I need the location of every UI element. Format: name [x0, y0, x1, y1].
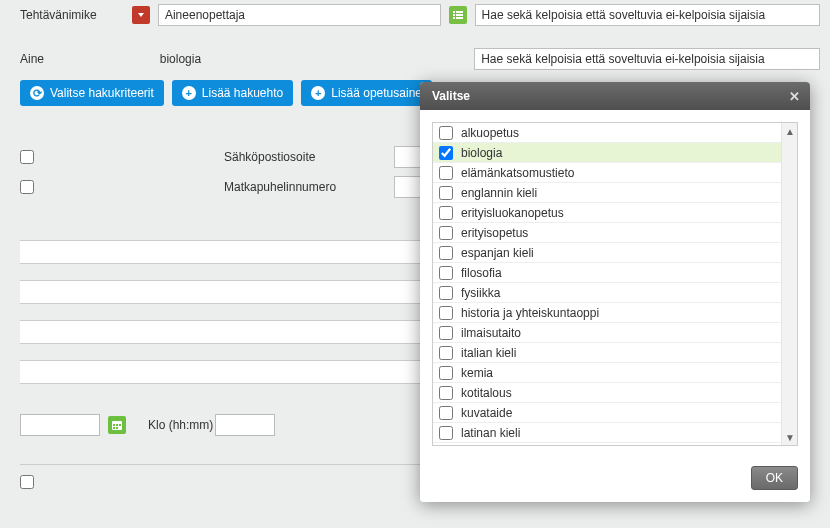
option-checkbox[interactable] — [439, 126, 453, 140]
option-label: fysiikka — [461, 286, 500, 300]
select-modal: Valitse ✕ alkuopetusbiologiaelämänkatsom… — [420, 82, 810, 502]
scroll-down-icon[interactable]: ▼ — [782, 429, 798, 445]
refresh-icon: ⟳ — [30, 86, 44, 100]
list-item[interactable]: kuvataide — [433, 403, 781, 423]
list-item[interactable]: kotitalous — [433, 383, 781, 403]
list-item[interactable]: alkuopetus — [433, 123, 781, 143]
option-label: espanjan kieli — [461, 246, 534, 260]
option-label: englannin kieli — [461, 186, 537, 200]
svg-rect-9 — [119, 424, 121, 426]
list-item[interactable]: elämänkatsomustieto — [433, 163, 781, 183]
svg-rect-11 — [116, 427, 118, 429]
option-checkbox[interactable] — [439, 166, 453, 180]
option-list: alkuopetusbiologiaelämänkatsomustietoeng… — [432, 122, 798, 446]
svg-rect-4 — [453, 17, 455, 19]
option-label: historia ja yhteiskuntaoppi — [461, 306, 599, 320]
option-checkbox[interactable] — [439, 286, 453, 300]
svg-rect-10 — [113, 427, 115, 429]
subject-row: Aine biologia Hae sekä kelpoisia että so… — [0, 44, 830, 74]
collapse-icon[interactable] — [132, 6, 150, 24]
bottom-checkbox[interactable] — [20, 475, 34, 489]
list-item[interactable]: fysiikka — [433, 283, 781, 303]
option-checkbox[interactable] — [439, 206, 453, 220]
option-label: biologia — [461, 146, 502, 160]
subject-value: biologia — [158, 52, 441, 66]
add-subject-button[interactable]: + Lisää opetusaine — [301, 80, 432, 106]
option-checkbox[interactable] — [439, 226, 453, 240]
option-label: italian kieli — [461, 346, 516, 360]
option-label: elämänkatsomustieto — [461, 166, 574, 180]
date-input[interactable] — [20, 414, 100, 436]
option-label: erityisopetus — [461, 226, 528, 240]
subject-criteria-value: Hae sekä kelpoisia että soveltuvia ei-ke… — [481, 52, 764, 66]
modal-title: Valitse — [432, 89, 470, 103]
svg-rect-8 — [116, 424, 118, 426]
option-list-scroll[interactable]: alkuopetusbiologiaelämänkatsomustietoeng… — [433, 123, 781, 445]
subject-criteria-input[interactable]: Hae sekä kelpoisia että soveltuvia ei-ke… — [474, 48, 820, 70]
option-label: latinan kieli — [461, 426, 520, 440]
list-item[interactable]: latinan kieli — [433, 423, 781, 443]
svg-rect-1 — [456, 11, 463, 13]
title-criteria-value: Hae sekä kelpoisia että soveltuvia ei-ke… — [482, 8, 765, 22]
list-item[interactable]: erityisopetus — [433, 223, 781, 243]
plus-icon: + — [182, 86, 196, 100]
option-checkbox[interactable] — [439, 186, 453, 200]
calendar-icon[interactable] — [108, 416, 126, 434]
list-item[interactable]: kemia — [433, 363, 781, 383]
option-checkbox[interactable] — [439, 146, 453, 160]
list-item[interactable]: espanjan kieli — [433, 243, 781, 263]
option-checkbox[interactable] — [439, 346, 453, 360]
option-label: erityisluokanopetus — [461, 206, 564, 220]
ok-label: OK — [766, 471, 783, 485]
list-item[interactable]: biologia — [433, 143, 781, 163]
option-checkbox[interactable] — [439, 366, 453, 380]
svg-rect-5 — [456, 17, 463, 19]
subject-label: Aine — [20, 52, 124, 66]
list-item[interactable]: ilmaisutaito — [433, 323, 781, 343]
email-label: Sähköpostiosoite — [54, 150, 374, 164]
add-criteria-label: Lisää hakuehto — [202, 86, 283, 100]
klo-label: Klo (hh:mm) — [148, 418, 213, 432]
svg-rect-7 — [113, 424, 115, 426]
scrollbar[interactable]: ▲ ▼ — [781, 123, 797, 445]
svg-rect-2 — [453, 14, 455, 16]
phone-label: Matkapuhelinnumero — [54, 180, 374, 194]
option-label: kotitalous — [461, 386, 512, 400]
scroll-up-icon[interactable]: ▲ — [782, 123, 798, 139]
klo-input[interactable] — [215, 414, 275, 436]
select-criteria-label: Valitse hakukriteerit — [50, 86, 154, 100]
list-item[interactable]: filosofia — [433, 263, 781, 283]
close-icon[interactable]: ✕ — [786, 88, 802, 104]
title-value: Aineenopettaja — [165, 8, 245, 22]
option-checkbox[interactable] — [439, 306, 453, 320]
list-item[interactable]: erityisluokanopetus — [433, 203, 781, 223]
email-checkbox[interactable] — [20, 150, 34, 164]
option-checkbox[interactable] — [439, 246, 453, 260]
modal-footer: OK — [420, 458, 810, 502]
option-checkbox[interactable] — [439, 426, 453, 440]
ok-button[interactable]: OK — [751, 466, 798, 490]
svg-rect-3 — [456, 14, 463, 16]
option-label: kemia — [461, 366, 493, 380]
select-criteria-button[interactable]: ⟳ Valitse hakukriteerit — [20, 80, 164, 106]
option-checkbox[interactable] — [439, 386, 453, 400]
option-checkbox[interactable] — [439, 266, 453, 280]
option-label: ilmaisutaito — [461, 326, 521, 340]
list-icon[interactable] — [449, 6, 467, 24]
add-criteria-button[interactable]: + Lisää hakuehto — [172, 80, 293, 106]
modal-body: alkuopetusbiologiaelämänkatsomustietoeng… — [420, 110, 810, 458]
option-label: filosofia — [461, 266, 502, 280]
plus-icon: + — [311, 86, 325, 100]
list-item[interactable]: italian kieli — [433, 343, 781, 363]
option-checkbox[interactable] — [439, 406, 453, 420]
title-row: Tehtävänimike Aineenopettaja Hae sekä ke… — [0, 0, 830, 30]
title-label: Tehtävänimike — [20, 8, 124, 22]
title-criteria-input[interactable]: Hae sekä kelpoisia että soveltuvia ei-ke… — [475, 4, 820, 26]
list-item[interactable]: englannin kieli — [433, 183, 781, 203]
option-checkbox[interactable] — [439, 326, 453, 340]
phone-checkbox[interactable] — [20, 180, 34, 194]
option-label: alkuopetus — [461, 126, 519, 140]
option-label: kuvataide — [461, 406, 512, 420]
title-input[interactable]: Aineenopettaja — [158, 4, 441, 26]
list-item[interactable]: historia ja yhteiskuntaoppi — [433, 303, 781, 323]
